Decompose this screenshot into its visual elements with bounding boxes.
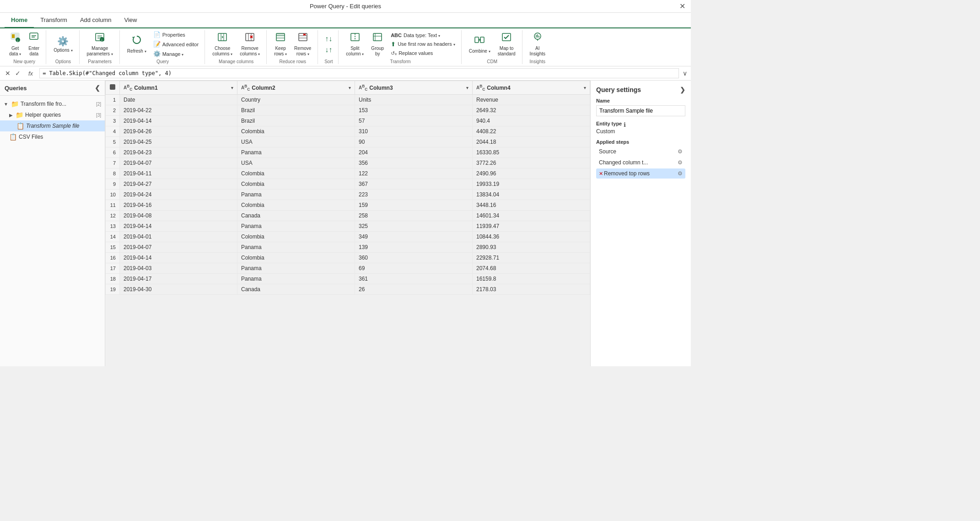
table-row[interactable]: 12 2019-04-08 Canada 258 14601.34: [106, 211, 590, 221]
options-group-label: Options: [55, 59, 71, 64]
keep-rows-button[interactable]: Keeprows ▾: [271, 30, 290, 58]
table-row[interactable]: 19 2019-04-30 Canada 26 2178.03: [106, 284, 590, 295]
col-header-1[interactable]: ABC Column1 ▾: [120, 81, 237, 95]
manage-parameters-button[interactable]: ↓ Manageparameters ▾: [84, 30, 116, 58]
table-row[interactable]: 1 Date Country Units Revenue: [106, 95, 590, 105]
sidebar-item-transform-sample-file[interactable]: 📋 Transform Sample file: [0, 120, 105, 131]
data-type-button[interactable]: ABC Data type: Text ▾: [388, 32, 458, 39]
cell-col1: 2019-04-17: [120, 274, 237, 284]
table-row[interactable]: 15 2019-04-07 Panama 139 2890.93: [106, 242, 590, 253]
table-row[interactable]: 13 2019-04-14 Panama 325 11939.47: [106, 221, 590, 232]
sidebar-item-transform-file-from[interactable]: ▼ 📁 Transform file fro... [2]: [0, 98, 105, 109]
sidebar-item-helper-queries[interactable]: ▶ 📁 Helper queries [3]: [0, 109, 105, 120]
choose-columns-button[interactable]: Choosecolumns ▾: [210, 30, 235, 58]
table-row[interactable]: 16 2019-04-14 Colombia 360 22928.71: [106, 253, 590, 263]
cell-col4: 3448.16: [473, 200, 590, 211]
combine-icon: [474, 34, 485, 48]
properties-button[interactable]: 📄 Properties: [151, 30, 201, 39]
tab-view[interactable]: View: [118, 13, 144, 28]
map-to-standard-button[interactable]: Map tostandard: [495, 30, 518, 58]
tab-transform[interactable]: Transform: [34, 13, 74, 28]
entity-type-info-icon[interactable]: ℹ: [624, 121, 626, 128]
transform-sample-file-label: Transform Sample file: [26, 123, 101, 129]
manage-params-icon: ↓: [94, 32, 105, 45]
split-column-button[interactable]: Splitcolumn ▾: [343, 30, 366, 58]
formula-expand-button[interactable]: ∨: [683, 70, 687, 77]
cell-col3: 26: [355, 284, 473, 295]
tab-home[interactable]: Home: [5, 13, 34, 28]
step-changed-col-gear-icon[interactable]: ⚙: [678, 159, 683, 166]
step-source[interactable]: Source ⚙: [596, 147, 685, 157]
enter-data-button[interactable]: Enterdata: [26, 30, 42, 58]
row-num: 16: [106, 253, 120, 263]
table-row[interactable]: 18 2019-04-17 Panama 361 16159.8: [106, 274, 590, 284]
row-num: 15: [106, 242, 120, 253]
table-row[interactable]: 8 2019-04-11 Colombia 122 2490.96: [106, 168, 590, 179]
table-row[interactable]: 9 2019-04-27 Colombia 367 19933.19: [106, 179, 590, 190]
group-by-button[interactable]: Groupby: [368, 30, 387, 58]
cell-col3: 153: [355, 105, 473, 116]
table-row[interactable]: 5 2019-04-25 USA 90 2044.18: [106, 137, 590, 147]
col4-dropdown-icon[interactable]: ▾: [584, 86, 586, 90]
step-removed-gear-icon[interactable]: ⚙: [678, 170, 683, 177]
advanced-editor-button[interactable]: 📝 Advanced editor: [151, 40, 201, 49]
options-button[interactable]: ⚙️ Options ▾: [51, 34, 75, 54]
ai-insights-button[interactable]: AIInsights: [527, 30, 548, 58]
qs-name-input[interactable]: [596, 105, 685, 116]
cell-col4: 16159.8: [473, 274, 590, 284]
table-row[interactable]: 6 2019-04-23 Panama 204 16330.85: [106, 147, 590, 158]
table-row[interactable]: 10 2019-04-24 Panama 223 13834.04: [106, 190, 590, 200]
sidebar-toggle-button[interactable]: ❮: [95, 84, 100, 92]
formula-fx-label: fx: [26, 70, 36, 77]
sort-desc-button[interactable]: ↓↑: [323, 45, 334, 55]
replace-values-button[interactable]: ↺₂ Replace values: [388, 49, 458, 57]
remove-rows-button[interactable]: Removerows ▾: [291, 30, 314, 58]
data-table-container[interactable]: ABC Column1 ▾ ABC Column2 ▾: [105, 81, 590, 366]
table-row[interactable]: 17 2019-04-03 Panama 69 2074.68: [106, 263, 590, 274]
sort-asc-button[interactable]: ↑↓: [323, 34, 334, 44]
cell-col1: 2019-04-14: [120, 116, 237, 126]
formula-cancel-button[interactable]: ✕: [4, 69, 12, 78]
col4-type-icon: ABC: [476, 84, 485, 92]
col2-name: Column2: [252, 85, 347, 91]
sidebar-item-csv-files[interactable]: 📋 CSV Files: [0, 131, 105, 142]
formula-confirm-button[interactable]: ✓: [14, 69, 22, 78]
table-row[interactable]: 3 2019-04-14 Brazil 57 940.4: [106, 116, 590, 126]
step-removed-x-icon[interactable]: ✕: [599, 171, 603, 177]
cell-col3: 139: [355, 242, 473, 253]
remove-columns-button[interactable]: Removecolumns ▾: [237, 30, 263, 58]
group-by-icon: [372, 32, 383, 45]
reduce-rows-group-label: Reduce rows: [280, 59, 306, 64]
get-data-button[interactable]: ↓ Getdata ▾: [6, 30, 24, 58]
table-row[interactable]: 11 2019-04-16 Colombia 159 3448.16: [106, 200, 590, 211]
svg-rect-24: [276, 33, 285, 36]
row-num-header: [106, 81, 120, 95]
query-settings-expand-button[interactable]: ❯: [680, 86, 685, 93]
row-num: 11: [106, 200, 120, 211]
step-removed-top-rows[interactable]: ✕ Removed top rows ⚙: [596, 168, 685, 179]
formula-input[interactable]: [39, 68, 679, 78]
table-row[interactable]: 14 2019-04-01 Colombia 349 10844.36: [106, 232, 590, 242]
use-first-row-button[interactable]: ⬆ Use first row as headers ▾: [388, 40, 458, 49]
manage-button[interactable]: ⚙️ Manage ▾: [151, 49, 201, 58]
ribbon-group-insights: AIInsights Insights: [523, 30, 552, 64]
cell-col1: 2019-04-07: [120, 158, 237, 168]
step-changed-col-type[interactable]: Changed column t... ⚙: [596, 157, 685, 168]
col3-dropdown-icon[interactable]: ▾: [466, 86, 468, 90]
table-row[interactable]: 7 2019-04-07 USA 356 3772.26: [106, 158, 590, 168]
step-source-gear-icon[interactable]: ⚙: [678, 148, 683, 155]
close-button[interactable]: ✕: [679, 2, 685, 11]
tab-add-column[interactable]: Add column: [74, 13, 118, 28]
table-row[interactable]: 2 2019-04-22 Brazil 153 2649.32: [106, 105, 590, 116]
col-header-3[interactable]: ABC Column3 ▾: [355, 81, 473, 95]
col2-dropdown-icon[interactable]: ▾: [349, 86, 351, 90]
col1-dropdown-icon[interactable]: ▾: [231, 86, 233, 90]
table-row[interactable]: 4 2019-04-26 Colombia 310 4408.22: [106, 126, 590, 137]
row-num: 18: [106, 274, 120, 284]
svg-rect-44: [110, 84, 115, 90]
combine-button[interactable]: Combine ▾: [466, 33, 493, 55]
col-header-4[interactable]: ABC Column4 ▾: [473, 81, 590, 95]
cell-col3: 349: [355, 232, 473, 242]
refresh-button[interactable]: Refresh ▾: [124, 33, 149, 55]
col-header-2[interactable]: ABC Column2 ▾: [237, 81, 355, 95]
